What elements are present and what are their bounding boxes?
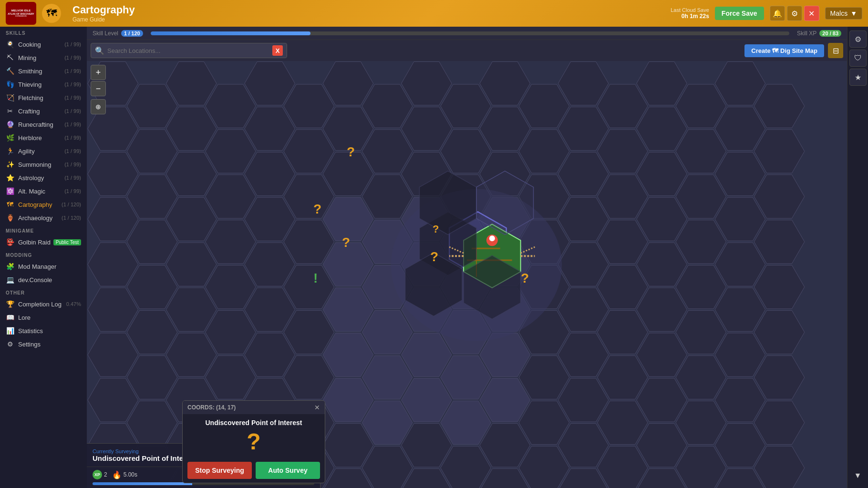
right-star-button[interactable]: ★ [849, 69, 867, 86]
thieving-count: (1 / 99) [64, 81, 81, 87]
user-name: Malcs [830, 10, 848, 17]
sidebar-item-lore[interactable]: 📖 Lore [0, 311, 87, 324]
golbin-icon: 👺 [6, 238, 14, 246]
mining-label: Mining [18, 54, 36, 61]
xp-reward: XP 2 [93, 470, 107, 479]
smithing-icon: 🔨 [6, 67, 14, 75]
sidebar-item-statistics[interactable]: 📊 Statistics [0, 324, 87, 337]
statistics-icon: 📊 [6, 326, 14, 335]
filter-button[interactable]: ⊟ [828, 43, 843, 58]
skills-section-label: SKILLS [0, 27, 87, 38]
right-chevron-button[interactable]: ▼ [849, 467, 867, 484]
sidebar-item-mod-manager[interactable]: 🧩 Mod Manager [0, 260, 87, 273]
fire-icon: 🔥 [112, 470, 122, 479]
resource-reward: 🔥 5.00s [112, 470, 137, 479]
tooltip-question-mark: ? [247, 430, 260, 453]
agility-label: Agility [18, 148, 35, 155]
settings-button[interactable]: ⚙ [787, 6, 802, 21]
logo-line3: EXPANSION [15, 15, 26, 18]
sidebar-item-mining[interactable]: ⛏ Mining (1 / 99) [0, 51, 87, 64]
skill-level-label: Skill Level [93, 30, 118, 37]
runecrafting-icon: 🔮 [6, 120, 14, 129]
user-menu[interactable]: Malcs ▼ [825, 7, 862, 20]
altmagic-label: Alt. Magic [18, 188, 45, 195]
right-gear-button[interactable]: ⚙ [849, 30, 867, 48]
zoom-out-button[interactable]: − [91, 81, 106, 96]
sidebar-item-herblore[interactable]: 🌿 Herblore (1 / 99) [0, 131, 87, 144]
skill-level-value: 1 / 120 [121, 30, 143, 37]
create-map-button[interactable]: Create 🗺 Dig Site Map [744, 44, 824, 57]
skill-xp-label: Skill XP [797, 30, 816, 37]
sidebar-item-cartography[interactable]: 🗺 Cartography (1 / 120) [0, 198, 87, 211]
sidebar-item-summoning[interactable]: ✨ Summoning (1 / 99) [0, 158, 87, 171]
zoom-in-button[interactable]: + [91, 65, 106, 80]
search-input[interactable] [107, 47, 269, 54]
auto-survey-button[interactable]: Auto Survey [256, 462, 320, 479]
astrology-label: Astrology [18, 174, 44, 182]
top-bar-icons: 🔔 ⚙ ✕ [770, 6, 819, 21]
sidebar-item-agility[interactable]: 🏃 Agility (1 / 99) [0, 144, 87, 158]
herblore-label: Herblore [18, 134, 42, 142]
crafting-label: Crafting [18, 108, 40, 115]
tooltip-poi-name: Undiscovered Point of Interest [205, 419, 302, 427]
right-shield-button[interactable]: 🛡 [849, 50, 867, 67]
sidebar-item-fletching[interactable]: 🏹 Fletching (1 / 99) [0, 91, 87, 104]
summoning-label: Summoning [18, 161, 51, 168]
force-save-button[interactable]: Force Save [715, 7, 764, 20]
sidebar-item-archaeology[interactable]: 🏺 Archaeology (1 / 120) [0, 211, 87, 224]
sidebar-item-settings[interactable]: ⚙ Settings [0, 337, 87, 351]
sidebar-item-crafting[interactable]: ✂ Crafting (1 / 99) [0, 104, 87, 118]
center-map-button[interactable]: ⊕ [91, 99, 106, 114]
skill-xp-value: 20 / 83 [819, 30, 841, 37]
game-logo: MELVOR IDLE ATLAS OF DISCOVERY EXPANSION [6, 2, 36, 25]
herblore-icon: 🌿 [6, 133, 14, 142]
stop-survey-button[interactable]: Stop Surveying [187, 462, 252, 479]
crafting-icon: ✂ [6, 107, 14, 115]
map-icon: 🗺 [42, 4, 61, 23]
sidebar-item-dev-console[interactable]: 💻 dev.Console [0, 273, 87, 286]
xp-icon: XP [93, 470, 102, 479]
settings-sidebar-icon: ⚙ [6, 340, 14, 348]
search-icon: 🔍 [95, 46, 104, 55]
minigame-section-label: MINIGAME [0, 224, 87, 235]
mining-icon: ⛏ [6, 53, 14, 62]
cartography-icon: 🗺 [6, 200, 14, 209]
completion-pct: 0.47% [66, 301, 81, 307]
lore-label: Lore [18, 314, 31, 321]
search-input-wrap: 🔍 X [91, 43, 287, 58]
smithing-label: Smithing [18, 68, 42, 75]
runecrafting-count: (1 / 99) [64, 122, 81, 127]
herblore-count: (1 / 99) [64, 135, 81, 141]
sidebar-item-cooking[interactable]: 🍳 Cooking (1 / 99) [0, 38, 87, 51]
cloud-save-info: Last Cloud Save 0h 1m 22s [671, 7, 709, 20]
archaeology-count: (1 / 120) [62, 215, 81, 221]
sidebar-item-golbin-raid[interactable]: 👺 Golbin Raid Public Test [0, 235, 87, 249]
thieving-icon: 👣 [6, 80, 14, 89]
sidebar-item-runecrafting[interactable]: 🔮 Runecrafting (1 / 99) [0, 118, 87, 131]
sidebar-item-smithing[interactable]: 🔨 Smithing (1 / 99) [0, 64, 87, 78]
sidebar-item-completion-log[interactable]: 🏆 Completion Log 0.47% [0, 297, 87, 311]
survey-title-area: Currently Surveying Undiscovered Point o… [93, 448, 196, 462]
tooltip-body: Undiscovered Point of Interest ? [183, 414, 325, 458]
search-clear-button[interactable]: X [272, 45, 283, 56]
cloud-save-time: 0h 1m 22s [671, 13, 709, 20]
cooking-count: (1 / 99) [64, 41, 81, 47]
sidebar-item-thieving[interactable]: 👣 Thieving (1 / 99) [0, 78, 87, 91]
top-bar: MELVOR IDLE ATLAS OF DISCOVERY EXPANSION… [0, 0, 868, 27]
page-subtitle: Game Guide [72, 16, 135, 23]
public-test-badge: Public Test [53, 239, 81, 245]
survey-currently-label: Currently Surveying [93, 448, 196, 454]
map-container[interactable]: ? ? ? ? ? ? ! + − ⊕ Currently Surveying … [87, 61, 847, 488]
notification-button[interactable]: 🔔 [770, 6, 785, 21]
thieving-label: Thieving [18, 81, 41, 88]
completion-label: Completion Log [18, 301, 62, 308]
agility-count: (1 / 99) [64, 148, 81, 154]
cooking-label: Cooking [18, 41, 41, 48]
close-button[interactable]: ✕ [804, 6, 819, 21]
survey-poi-name: Undiscovered Point of Interest [93, 454, 196, 462]
main-layout: SKILLS 🍳 Cooking (1 / 99) ⛏ Mining (1 / … [0, 27, 868, 488]
tooltip-close-button[interactable]: ✕ [314, 404, 320, 411]
sidebar-item-astrology[interactable]: ⭐ Astrology (1 / 99) [0, 171, 87, 184]
sidebar-item-altmagic[interactable]: 🔯 Alt. Magic (1 / 99) [0, 184, 87, 198]
summoning-icon: ✨ [6, 160, 14, 169]
